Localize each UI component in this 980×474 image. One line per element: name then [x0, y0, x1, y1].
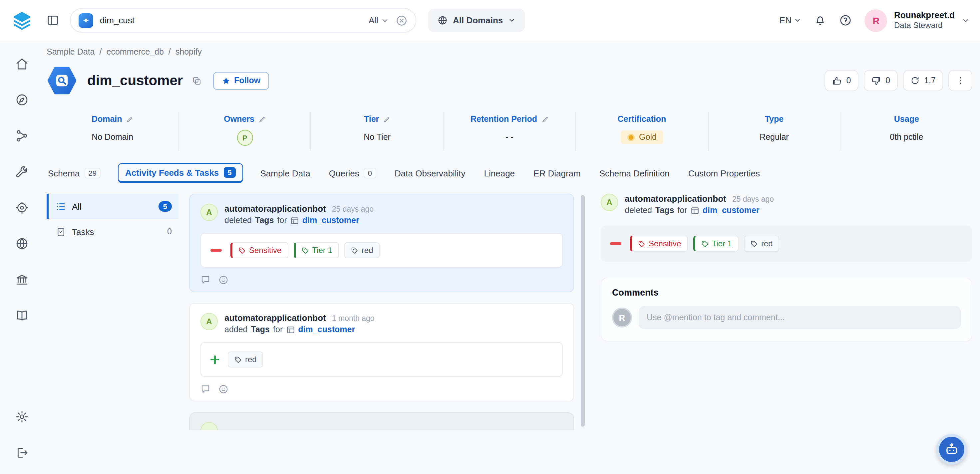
entity-link[interactable]: dim_customer	[302, 216, 359, 225]
upvote-button[interactable]: 0	[824, 70, 858, 91]
edit-pencil-icon[interactable]	[541, 116, 549, 123]
all-domains-dropdown[interactable]: All Domains	[428, 9, 525, 32]
tag-change-box: Sensitive Tier 1 red	[200, 233, 563, 268]
version-button[interactable]: 1.7	[903, 70, 943, 91]
feed-card-header-text: automatorapplicationbot 25 days ago dele…	[224, 204, 374, 225]
user-avatar: R	[865, 9, 888, 32]
tab-lineage[interactable]: Lineage	[483, 164, 517, 183]
comment-input-row: R	[612, 306, 961, 329]
user-menu[interactable]: R Rounakpreet.d Data Steward	[865, 9, 969, 32]
glossary-book-icon[interactable]	[10, 304, 34, 328]
owners-value: P	[237, 130, 253, 146]
comment-icon[interactable]	[200, 275, 210, 285]
breadcrumb-service[interactable]: Sample Data	[47, 47, 95, 57]
tags-row: Sensitive Tier 1 red	[630, 236, 780, 252]
chevron-down-icon	[508, 17, 515, 24]
version-history-icon	[910, 76, 920, 85]
search-input[interactable]: dim_cust	[100, 15, 362, 25]
retention-label: Retention Period	[471, 115, 537, 124]
certification-label: Certification	[618, 115, 666, 124]
tier-label: Tier	[364, 115, 379, 124]
tab-custom-properties[interactable]: Custom Properties	[687, 164, 761, 183]
chatbot-fab[interactable]	[936, 434, 967, 465]
notifications-bell-icon[interactable]	[814, 14, 827, 27]
copy-link-icon[interactable]	[191, 76, 202, 86]
explore-icon[interactable]	[10, 88, 34, 112]
feed-card-added-tags[interactable]: A automatorapplicationbot 1 month ago ad…	[189, 303, 574, 401]
feed-author[interactable]: automatorapplicationbot	[224, 204, 326, 214]
breadcrumb-database[interactable]: ecommerce_db	[107, 47, 164, 57]
sidebar-toggle-icon[interactable]	[47, 14, 59, 27]
tab-queries[interactable]: Queries 0	[328, 163, 377, 183]
feed-list: A automatorapplicationbot 25 days ago de…	[189, 194, 589, 430]
language-dropdown[interactable]: EN	[780, 15, 802, 25]
breadcrumb-schema[interactable]: shopify	[175, 47, 202, 57]
settings-gear-icon[interactable]	[10, 405, 34, 429]
tab-data-observability[interactable]: Data Observability	[393, 164, 466, 183]
tag-sensitive[interactable]: Sensitive	[231, 242, 288, 258]
reaction-smiley-icon[interactable]	[218, 384, 228, 394]
bot-avatar: A	[200, 204, 218, 221]
detail-header-text: automatorapplicationbot 25 days ago dele…	[625, 194, 774, 215]
tab-er-diagram[interactable]: ER Diagram	[532, 164, 582, 183]
added-plus-icon	[210, 355, 219, 364]
more-options-button[interactable]	[948, 70, 972, 91]
edit-pencil-icon[interactable]	[126, 116, 134, 123]
tab-sample-data[interactable]: Sample Data	[259, 164, 311, 183]
tag-sensitive[interactable]: Sensitive	[630, 236, 687, 252]
feed-filter-tasks[interactable]: Tasks 0	[47, 219, 178, 244]
follow-button[interactable]: Follow	[213, 72, 269, 89]
tab-label: Schema	[48, 168, 80, 178]
governance-bank-icon[interactable]	[10, 268, 34, 291]
observability-icon[interactable]	[10, 196, 34, 220]
services-wrench-icon[interactable]	[10, 160, 34, 184]
table-icon	[286, 325, 295, 334]
home-icon[interactable]	[10, 52, 34, 76]
domains-globe-icon[interactable]	[10, 232, 34, 256]
tag-red[interactable]: red	[744, 236, 780, 252]
downvote-button[interactable]: 0	[864, 70, 897, 91]
tab-schema-definition[interactable]: Schema Definition	[598, 164, 671, 183]
reaction-smiley-icon[interactable]	[218, 275, 228, 285]
help-icon[interactable]	[840, 14, 852, 27]
search-scope-dropdown[interactable]: All	[369, 15, 389, 25]
feed-join: for	[277, 216, 287, 225]
app-logo[interactable]	[0, 10, 44, 30]
downvote-count: 0	[885, 76, 890, 85]
feed-scrollbar[interactable]	[581, 195, 585, 427]
upvote-count: 0	[846, 76, 851, 85]
tag-label: Tier 1	[712, 239, 732, 248]
tag-tier1[interactable]: Tier 1	[293, 242, 339, 258]
edit-pencil-icon[interactable]	[383, 116, 390, 123]
entity-link[interactable]: dim_customer	[703, 206, 760, 215]
tag-red[interactable]: red	[228, 352, 263, 367]
detail-author[interactable]: automatorapplicationbot	[625, 194, 726, 204]
tab-count: 5	[223, 167, 235, 178]
tag-red[interactable]: red	[344, 242, 380, 258]
entity-link[interactable]: dim_customer	[298, 325, 355, 334]
logout-icon[interactable]	[10, 441, 34, 465]
feed-join: for	[273, 325, 283, 334]
table-entity-icon	[47, 65, 77, 96]
detail-action: deleted	[625, 206, 652, 215]
search-clear-icon[interactable]	[396, 14, 407, 26]
detail-action-line: deleted Tags for dim_customer	[625, 206, 774, 215]
meta-tier: Tier No Tier	[311, 112, 444, 151]
tag-tier1[interactable]: Tier 1	[693, 236, 738, 252]
comment-icon[interactable]	[200, 384, 210, 394]
feed-card-partial[interactable]	[189, 412, 574, 430]
meta-usage: Usage 0th pctile	[841, 112, 972, 151]
data-assets-graph-icon[interactable]	[10, 124, 34, 148]
comment-input[interactable]	[639, 306, 961, 329]
gold-medal-icon	[627, 134, 634, 141]
feed-filter-all[interactable]: All 5	[47, 194, 178, 219]
retention-value: - -	[506, 130, 514, 145]
tab-activity-feeds[interactable]: Activity Feeds & Tasks 5	[118, 163, 243, 183]
global-search-bar[interactable]: ✦ dim_cust All	[70, 8, 416, 33]
feed-card-deleted-tags[interactable]: A automatorapplicationbot 25 days ago de…	[189, 194, 574, 292]
owner-avatar[interactable]: P	[237, 130, 253, 146]
feed-action-line: deleted Tags for dim_customer	[224, 216, 374, 225]
feed-author[interactable]: automatorapplicationbot	[224, 313, 326, 323]
edit-pencil-icon[interactable]	[258, 116, 266, 123]
tab-schema[interactable]: Schema 29	[47, 163, 102, 183]
